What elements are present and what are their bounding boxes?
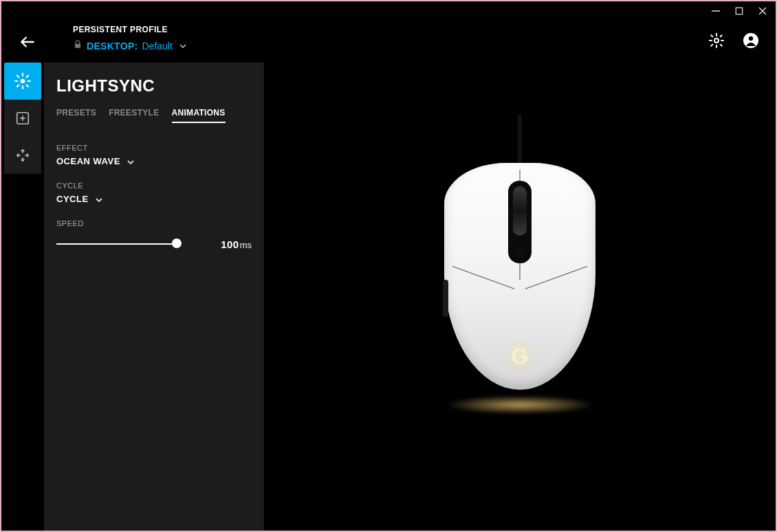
g-logo-icon: G [512, 344, 529, 369]
side-panel: LIGHTSYNC PRESETS FREESTYLE ANIMATIONS E… [44, 63, 264, 531]
svg-point-8 [21, 79, 25, 84]
tab-presets[interactable]: PRESETS [56, 108, 96, 123]
move-tool[interactable] [4, 137, 41, 174]
app-window: PERSISTENT PROFILE DESKTOP: Default [0, 0, 777, 532]
svg-line-14 [27, 85, 28, 87]
panel-title: LIGHTSYNC [56, 76, 252, 96]
profile-label: PERSISTENT PROFILE [73, 25, 697, 34]
chevron-down-icon [96, 194, 102, 204]
effect-value: OCEAN WAVE [56, 156, 120, 166]
account-button[interactable] [743, 32, 759, 52]
device-preview: G [264, 63, 776, 531]
chevron-down-icon [127, 156, 134, 166]
profile-name: Default [142, 41, 173, 52]
tab-freestyle[interactable]: FREESTYLE [109, 108, 159, 123]
maximize-button[interactable] [734, 6, 744, 16]
svg-point-5 [714, 38, 719, 43]
svg-rect-1 [736, 8, 742, 14]
cycle-label: CYCLE [56, 181, 252, 190]
lighting-tool[interactable] [4, 63, 41, 100]
svg-line-13 [17, 76, 19, 77]
effect-dropdown[interactable]: OCEAN WAVE [56, 156, 252, 166]
svg-rect-4 [75, 44, 80, 48]
effect-label: EFFECT [56, 144, 252, 152]
profile-desktop: DESKTOP: [87, 41, 138, 52]
back-button[interactable] [18, 32, 37, 52]
svg-line-15 [17, 85, 19, 87]
minimize-button[interactable] [711, 6, 721, 16]
close-button[interactable] [758, 6, 767, 16]
cycle-value: CYCLE [56, 194, 89, 204]
svg-point-7 [749, 36, 753, 40]
speed-value: 100 [221, 239, 239, 250]
svg-line-16 [27, 76, 28, 77]
speed-unit: ms [240, 240, 252, 250]
tab-animations[interactable]: ANIMATIONS [172, 108, 226, 123]
speed-label: SPEED [56, 219, 252, 228]
settings-button[interactable] [708, 32, 725, 52]
chevron-down-icon [179, 42, 186, 49]
mouse-illustration: G [444, 156, 595, 410]
add-tool[interactable] [4, 100, 41, 137]
speed-slider[interactable] [56, 237, 180, 251]
slider-thumb[interactable] [172, 239, 182, 248]
window-titlebar [1, 1, 776, 21]
cycle-dropdown[interactable]: CYCLE [56, 194, 252, 204]
profile-selector[interactable]: PERSISTENT PROFILE DESKTOP: Default [73, 25, 697, 52]
header: PERSISTENT PROFILE DESKTOP: Default [1, 21, 776, 63]
tool-strip [1, 63, 44, 531]
lock-icon [73, 40, 83, 52]
